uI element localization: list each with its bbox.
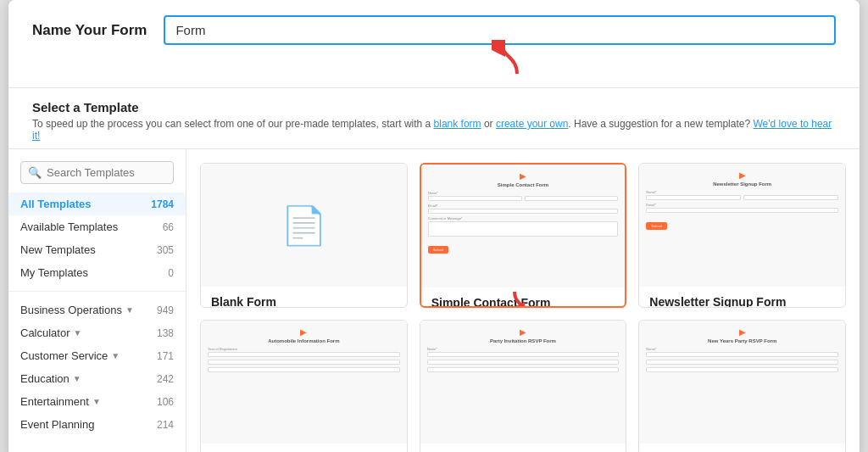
filter-label: My Templates bbox=[20, 266, 88, 279]
mini-form-icon: ▶ bbox=[428, 171, 619, 181]
template-card-newsletter[interactable]: ▶ Newsletter Signup Form Name* Email* Su… bbox=[638, 163, 846, 308]
card-body-blank: Blank Form The blank form allows you to … bbox=[201, 287, 407, 308]
sidebar-item-entertainment[interactable]: Entertainment ▼ 106 bbox=[8, 390, 186, 413]
mini-form-icon: ▶ bbox=[208, 327, 400, 337]
sidebar-item-customer-service[interactable]: Customer Service ▼ 171 bbox=[8, 344, 186, 367]
form-name-label: Name Your Form bbox=[32, 22, 147, 39]
select-template-title: Select a Template bbox=[32, 100, 836, 114]
mini-form-title: Simple Contact Form bbox=[428, 182, 619, 187]
sidebar-item-new-templates[interactable]: New Templates 305 bbox=[8, 238, 186, 261]
sidebar: 🔍 All Templates 1784 Available Templates… bbox=[8, 149, 186, 452]
card-preview-blank: 📄 bbox=[201, 164, 407, 287]
arrow-down-icon bbox=[506, 290, 540, 308]
mini-form-icon: ▶ bbox=[646, 170, 838, 180]
card-preview-party-rsvp: ▶ Party Invitation RSVP Form Name* bbox=[420, 321, 626, 444]
category-count: 106 bbox=[157, 396, 174, 408]
sidebar-item-event-planning[interactable]: Event Planning 214 bbox=[8, 413, 186, 436]
template-card-simple-contact[interactable]: ♡ ▶ Simple Contact Form Name* Email* Com… bbox=[420, 163, 627, 308]
chevron-down-icon: ▼ bbox=[125, 305, 134, 315]
mini-form-icon: ▶ bbox=[427, 327, 620, 337]
filter-count: 66 bbox=[163, 221, 174, 233]
card-preview-simple-contact: ▶ Simple Contact Form Name* Email* Comme… bbox=[421, 165, 626, 287]
blank-form-icon: 📄 bbox=[281, 204, 327, 248]
card-preview-automobile: ▶ Automobile Information Form Year of Re… bbox=[201, 321, 407, 444]
blank-form-link[interactable]: blank form bbox=[434, 118, 481, 130]
filter-count: 1784 bbox=[151, 198, 174, 210]
card-body-new-years-rsvp: New Years Party RSVP Form bbox=[639, 444, 845, 452]
chevron-down-icon: ▼ bbox=[92, 397, 101, 406]
card-title-newsletter: Newsletter Signup Form bbox=[649, 295, 835, 308]
template-card-new-years-rsvp[interactable]: ▶ New Years Party RSVP Form Name* New Ye… bbox=[638, 320, 846, 452]
filter-label: Available Templates bbox=[20, 220, 118, 233]
card-body-party-rsvp: Party Invitation RSVP Form bbox=[420, 444, 626, 452]
template-card-blank[interactable]: 📄 Blank Form The blank form allows you t… bbox=[200, 163, 408, 308]
card-preview-new-years-rsvp: ▶ New Years Party RSVP Form Name* bbox=[639, 321, 845, 444]
category-count: 949 bbox=[157, 304, 174, 316]
category-label: Entertainment bbox=[20, 395, 89, 408]
arrow-up-icon bbox=[492, 40, 532, 77]
chevron-down-icon: ▼ bbox=[73, 374, 81, 383]
template-card-party-rsvp[interactable]: ▶ Party Invitation RSVP Form Name* Party… bbox=[420, 320, 627, 452]
templates-grid: 📄 Blank Form The blank form allows you t… bbox=[186, 149, 860, 452]
mini-form-icon: ▶ bbox=[646, 327, 838, 337]
chevron-down-icon: ▼ bbox=[74, 328, 82, 338]
sidebar-item-education[interactable]: Education ▼ 242 bbox=[8, 367, 186, 390]
mini-form-title: New Years Party RSVP Form bbox=[646, 338, 838, 343]
sidebar-item-calculator[interactable]: Calculator ▼ 138 bbox=[8, 321, 186, 344]
category-count: 138 bbox=[157, 327, 174, 339]
sidebar-item-business-operations[interactable]: Business Operations ▼ 949 bbox=[8, 299, 186, 321]
chevron-down-icon: ▼ bbox=[111, 351, 120, 360]
create-own-link[interactable]: create your own bbox=[496, 118, 568, 130]
filter-label: All Templates bbox=[20, 198, 92, 210]
mini-form-title: Party Invitation RSVP Form bbox=[427, 338, 620, 343]
category-count: 214 bbox=[157, 419, 174, 431]
category-count: 242 bbox=[157, 373, 174, 385]
sidebar-item-available-templates[interactable]: Available Templates 66 bbox=[8, 215, 186, 238]
search-box[interactable]: 🔍 bbox=[20, 161, 174, 184]
card-preview-newsletter: ▶ Newsletter Signup Form Name* Email* Su… bbox=[639, 164, 845, 287]
category-label: Business Operations bbox=[20, 304, 122, 316]
filter-count: 305 bbox=[157, 244, 174, 256]
sidebar-divider bbox=[8, 291, 186, 292]
search-input[interactable] bbox=[47, 166, 166, 179]
category-label: Calculator bbox=[20, 326, 70, 339]
category-label: Customer Service bbox=[20, 349, 108, 362]
category-count: 171 bbox=[157, 350, 174, 362]
mini-form-title: Automobile Information Form bbox=[208, 338, 400, 343]
filter-count: 0 bbox=[168, 267, 174, 279]
mini-form-title: Newsletter Signup Form bbox=[646, 181, 838, 187]
card-body-automobile: Automobile Information Form bbox=[201, 444, 407, 452]
search-icon: 🔍 bbox=[28, 166, 42, 179]
sidebar-item-my-templates[interactable]: My Templates 0 bbox=[8, 261, 186, 284]
card-body-newsletter: Newsletter Signup Form Collect the email… bbox=[639, 287, 845, 308]
category-label: Event Planning bbox=[20, 418, 94, 431]
category-label: Education bbox=[20, 372, 70, 385]
card-title-blank: Blank Form bbox=[211, 295, 397, 308]
sidebar-item-all-templates[interactable]: All Templates 1784 bbox=[8, 193, 186, 215]
select-template-desc: To speed up the process you can select f… bbox=[32, 118, 836, 142]
filter-label: New Templates bbox=[20, 243, 96, 256]
template-card-automobile[interactable]: ▶ Automobile Information Form Year of Re… bbox=[200, 320, 408, 452]
